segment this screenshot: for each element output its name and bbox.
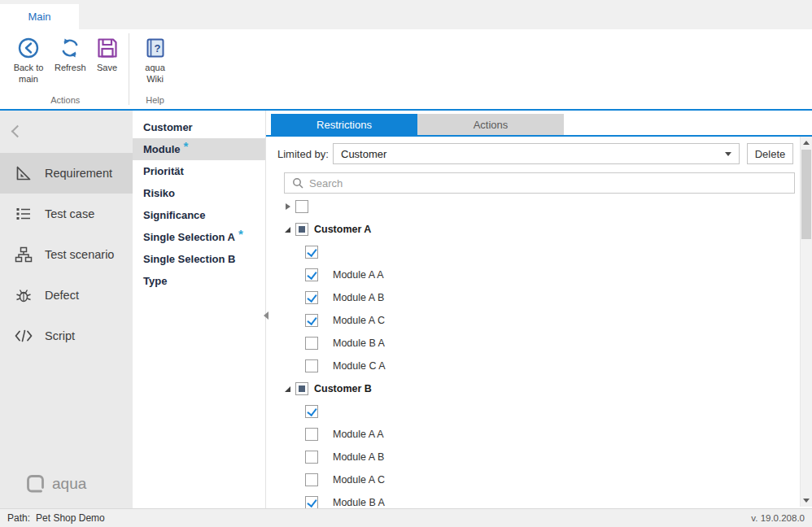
field-label: Customer	[143, 121, 193, 133]
tree-checkbox[interactable]	[305, 246, 318, 259]
field-item-single-selection-a[interactable]: Single Selection A	[133, 226, 265, 248]
field-item-priorit-t[interactable]: Priorität	[133, 160, 265, 182]
status-bar: Path: Pet Shop Demo v. 19.0.208.0	[0, 508, 812, 527]
save-button[interactable]: Save	[93, 33, 122, 74]
search-input[interactable]	[309, 177, 787, 189]
sidebar-item-script[interactable]: Script	[0, 316, 133, 356]
ribbon-group-label: Help	[136, 94, 175, 109]
tree-checkbox[interactable]	[305, 405, 318, 418]
main-panel: RestrictionsActions Limited by: Customer…	[265, 111, 812, 508]
ribbon-group-help: ? aqua Wiki Help	[131, 29, 180, 109]
tree-row-label: Module A A	[333, 429, 384, 440]
ribbon-tab-main[interactable]: Main	[0, 4, 79, 29]
search-box[interactable]	[284, 172, 795, 194]
tree-checkbox[interactable]	[305, 359, 318, 372]
tree-checkbox[interactable]	[305, 496, 318, 508]
delete-button[interactable]: Delete	[747, 143, 793, 164]
field-item-significance[interactable]: Significance	[133, 204, 265, 226]
tree-row-module-a-b[interactable]: Module A B	[266, 286, 791, 309]
tree-checkbox[interactable]	[305, 314, 318, 327]
tree-checkbox[interactable]	[305, 473, 318, 486]
tree-row-customer-b[interactable]: Customer B	[266, 377, 791, 400]
test-case-icon	[13, 205, 34, 223]
ribbon-groups: Back to main Refresh Save Actions ? aqua…	[0, 29, 812, 109]
main-tabs: RestrictionsActions	[271, 114, 564, 135]
requirement-icon	[13, 164, 34, 182]
sidebar-item-requirement[interactable]: Requirement	[0, 153, 133, 194]
tree-row-label: Module A B	[333, 292, 384, 303]
field-item-single-selection-b[interactable]: Single Selection B	[133, 248, 265, 270]
field-item-risiko[interactable]: Risiko	[133, 182, 265, 204]
tree-checkbox[interactable]	[305, 291, 318, 304]
limited-by-row: Limited by: Customer Delete	[277, 143, 793, 164]
tree-checkbox[interactable]	[305, 337, 318, 350]
scrollbar-down-arrow[interactable]	[801, 494, 812, 507]
tree-checkbox[interactable]	[295, 382, 308, 395]
back-to-main-button[interactable]: Back to main	[9, 33, 48, 85]
tree-checkbox[interactable]	[305, 428, 318, 441]
field-item-type[interactable]: Type	[133, 270, 265, 292]
tree-row[interactable]	[266, 241, 791, 264]
tab-restrictions[interactable]: Restrictions	[271, 114, 417, 135]
tree-checkbox[interactable]	[295, 223, 308, 236]
aqua-logo-icon	[26, 474, 46, 494]
tree-row-module-a-c[interactable]: Module A C	[266, 309, 791, 332]
scrollbar-up-arrow[interactable]	[801, 137, 812, 149]
field-label: Module	[143, 143, 181, 155]
aqua-wiki-button[interactable]: ? aqua Wiki	[136, 33, 175, 85]
tree-row-module-b-a[interactable]: Module B A	[266, 491, 791, 508]
tree-row-module-a-c[interactable]: Module A C	[266, 468, 791, 491]
sidebar-item-label: Script	[45, 329, 75, 342]
scrollbar-thumb[interactable]	[801, 150, 811, 239]
ribbon-button-label: Back to main	[9, 63, 48, 85]
accent-line	[266, 135, 812, 137]
limited-by-dropdown[interactable]: Customer	[333, 143, 740, 164]
tree-expander-icon[interactable]	[282, 224, 295, 236]
sidebar-item-test-case[interactable]: Test case	[0, 194, 133, 234]
field-item-module[interactable]: Module	[133, 138, 265, 160]
tree-row-label: Module A C	[333, 474, 385, 486]
save-icon	[95, 36, 120, 60]
tree-row[interactable]	[266, 400, 791, 423]
tab-actions[interactable]: Actions	[417, 114, 564, 135]
tree-row-customer-a[interactable]: Customer A	[266, 218, 791, 241]
vertical-scrollbar[interactable]	[800, 137, 812, 507]
sidebar-item-label: Defect	[45, 289, 79, 302]
tree-expander-icon[interactable]	[282, 383, 295, 395]
ribbon: Back to main Refresh Save Actions ? aqua…	[0, 29, 812, 111]
ribbon-button-label: Save	[97, 63, 117, 74]
tree-row-module-a-b[interactable]: Module A B	[266, 446, 791, 468]
defect-icon	[13, 286, 34, 304]
sidebar-item-test-scenario[interactable]: Test scenario	[0, 234, 133, 275]
tree-checkbox[interactable]	[305, 451, 318, 464]
sidebar: Requirement Test case Test scenario Defe…	[0, 111, 133, 508]
tree-row-module-a-a[interactable]: Module A A	[266, 423, 791, 446]
field-item-customer[interactable]: Customer	[133, 116, 265, 138]
tree-row-module-c-a[interactable]: Module C A	[266, 355, 791, 377]
refresh-button[interactable]: Refresh	[55, 33, 86, 74]
tree-row-label: Module A A	[333, 269, 384, 281]
chevron-down-icon[interactable]	[725, 152, 731, 156]
sidebar-item-defect[interactable]: Defect	[0, 275, 133, 316]
field-label: Priorität	[143, 165, 184, 177]
ribbon-group-actions: Back to main Refresh Save Actions	[4, 29, 127, 109]
tree-expander-icon[interactable]	[282, 201, 295, 213]
test-scenario-icon	[13, 246, 34, 264]
tree-checkbox[interactable]	[305, 268, 318, 281]
sidebar-collapse-button[interactable]	[13, 125, 24, 137]
tree-row-label: Module C A	[333, 360, 386, 372]
splitter-collapse-icon[interactable]	[264, 311, 268, 320]
field-label: Type	[143, 275, 167, 287]
tree-row-module-a-a[interactable]: Module A A	[266, 264, 791, 286]
back-icon	[16, 36, 41, 60]
limited-by-value: Customer	[341, 148, 386, 160]
ribbon-group-separator	[129, 33, 129, 105]
tree-row-module-b-a[interactable]: Module B A	[266, 332, 791, 355]
script-icon	[13, 327, 34, 345]
status-path-label: Path:	[7, 512, 30, 524]
ribbon-group-label: Actions	[9, 94, 122, 109]
field-label: Significance	[143, 209, 206, 221]
tree-row-label: Customer A	[314, 224, 371, 235]
tree-checkbox[interactable]	[295, 200, 308, 213]
tree-row[interactable]	[266, 195, 791, 218]
